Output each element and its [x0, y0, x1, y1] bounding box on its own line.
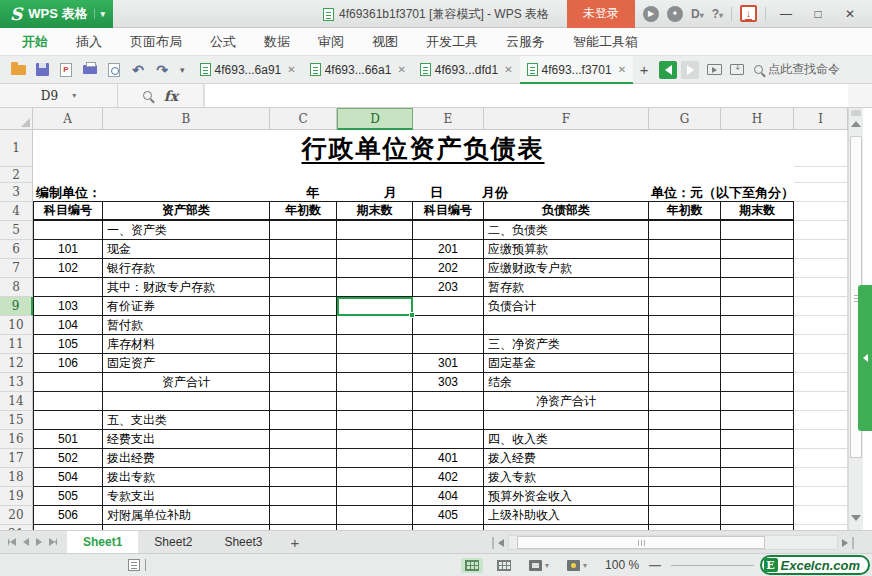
cell-G20[interactable] [649, 506, 721, 525]
cell-A7[interactable]: 102 [33, 259, 103, 278]
header-cell-A4[interactable]: 科目编号 [33, 202, 103, 221]
cell-H18[interactable] [721, 468, 794, 487]
cell-D15[interactable] [337, 411, 413, 430]
sheet-tab-sheet2[interactable]: Sheet2 [138, 531, 208, 553]
cell-H11[interactable] [721, 335, 794, 354]
cell-G10[interactable] [649, 316, 721, 335]
close-tab-icon[interactable]: ✕ [616, 64, 626, 75]
cell-H17[interactable] [721, 449, 794, 468]
document-tab-4[interactable]: 4f693...f3701✕ [520, 56, 633, 84]
row-header-20[interactable]: 20 [0, 506, 33, 525]
cell-C9[interactable] [270, 297, 337, 316]
cell-I7[interactable] [794, 259, 848, 278]
cell-A11[interactable]: 105 [33, 335, 103, 354]
cell-C11[interactable] [270, 335, 337, 354]
select-all-corner[interactable] [0, 108, 33, 130]
cell-D9[interactable] [337, 297, 413, 316]
cell-I14[interactable] [794, 392, 848, 411]
ribbon-tab-7[interactable]: 视图 [358, 28, 412, 56]
close-tab-icon[interactable]: ✕ [395, 64, 405, 75]
cell-I8[interactable] [794, 278, 848, 297]
cell-A6[interactable]: 101 [33, 240, 103, 259]
cell-G11[interactable] [649, 335, 721, 354]
header-cell-D4[interactable]: 期末数 [337, 202, 413, 221]
ribbon-tab-6[interactable]: 审阅 [304, 28, 358, 56]
cell-F6[interactable]: 应缴预算款 [484, 240, 649, 259]
cell-f3-period[interactable]: 月份 [482, 184, 508, 202]
cell-B10[interactable]: 暂付款 [103, 316, 270, 335]
cell-C10[interactable] [270, 316, 337, 335]
cell-d3-month[interactable]: 月 [384, 184, 397, 202]
cell-G19[interactable] [649, 487, 721, 506]
cell-F17[interactable]: 拨入经费 [484, 449, 649, 468]
ribbon-tab-5[interactable]: 数据 [250, 28, 304, 56]
cell-I1[interactable] [794, 130, 848, 167]
cell-H12[interactable] [721, 354, 794, 373]
export-pdf-icon[interactable]: P [56, 60, 76, 80]
cell-A5[interactable] [33, 221, 103, 240]
first-sheet-icon[interactable] [8, 538, 16, 546]
print-icon[interactable] [80, 60, 100, 80]
cell-E6[interactable]: 201 [413, 240, 484, 259]
cell-E5[interactable] [413, 221, 484, 240]
cell-A10[interactable]: 104 [33, 316, 103, 335]
sheet-tab-sheet3[interactable]: Sheet3 [208, 531, 278, 553]
header-cell-E4[interactable]: 科目编号 [413, 202, 484, 221]
cell-H19[interactable] [721, 487, 794, 506]
cell-H8[interactable] [721, 278, 794, 297]
row-header-8[interactable]: 8 [0, 278, 33, 297]
cell-A13[interactable] [33, 373, 103, 392]
column-header-D[interactable]: D [337, 108, 413, 130]
row-header-2[interactable]: 2 [0, 167, 33, 183]
cell-A16[interactable]: 501 [33, 430, 103, 449]
cell-I16[interactable] [794, 430, 848, 449]
cell-I15[interactable] [794, 411, 848, 430]
eye-protection-mode-button[interactable]: ▾ [563, 558, 591, 573]
cell-G13[interactable] [649, 373, 721, 392]
column-header-B[interactable]: B [103, 108, 270, 130]
cell-G14[interactable] [649, 392, 721, 411]
horizontal-split-handle[interactable] [492, 537, 494, 549]
scroll-left-icon[interactable] [498, 539, 504, 547]
cell-B19[interactable]: 专款支出 [103, 487, 270, 506]
zoom-out-button[interactable]: — [649, 558, 661, 572]
cell-C20[interactable] [270, 506, 337, 525]
sheet-tab-sheet1[interactable]: Sheet1 [67, 531, 138, 553]
cell-G9[interactable] [649, 297, 721, 316]
cell-E15[interactable] [413, 411, 484, 430]
row-header-18[interactable]: 18 [0, 468, 33, 487]
cell-F12[interactable]: 固定基金 [484, 354, 649, 373]
cell-F8[interactable]: 暂存款 [484, 278, 649, 297]
cell-A17[interactable]: 502 [33, 449, 103, 468]
cell-F5[interactable]: 二、负债类 [484, 221, 649, 240]
cell-E17[interactable]: 401 [413, 449, 484, 468]
horizontal-scrollbar[interactable] [492, 531, 854, 554]
row-header-1[interactable]: 1 [0, 130, 33, 167]
cell-B8[interactable]: 其中：财政专户存款 [103, 278, 270, 297]
undo-icon[interactable]: ↶ [128, 60, 148, 80]
cell-E14[interactable] [413, 392, 484, 411]
redo-icon[interactable]: ↷ [152, 60, 172, 80]
cell-I18[interactable] [794, 468, 848, 487]
row-header-19[interactable]: 19 [0, 487, 33, 506]
theme-icon[interactable]: ▶ [643, 6, 659, 22]
row-header-10[interactable]: 10 [0, 316, 33, 335]
plugin-icon[interactable]: ✦ [667, 6, 683, 22]
cell-H14[interactable] [721, 392, 794, 411]
cell-C17[interactable] [270, 449, 337, 468]
cell-A18[interactable]: 504 [33, 468, 103, 487]
cell-F10[interactable] [484, 316, 649, 335]
cell-H15[interactable] [721, 411, 794, 430]
ribbon-tab-10[interactable]: 智能工具箱 [559, 28, 652, 56]
prev-sheet-icon[interactable] [23, 538, 29, 546]
toolbar-chevron-down-icon[interactable]: ▾ [176, 65, 189, 75]
cell-E9[interactable] [413, 297, 484, 316]
cell-G17[interactable] [649, 449, 721, 468]
next-sheet-icon[interactable] [36, 538, 42, 546]
chevron-down-icon[interactable]: ▾ [94, 9, 106, 19]
cell-A8[interactable] [33, 278, 103, 297]
name-box[interactable]: D9 ▾ [0, 84, 118, 107]
cell-E16[interactable] [413, 430, 484, 449]
cell-I12[interactable] [794, 354, 848, 373]
row-header-16[interactable]: 16 [0, 430, 33, 449]
